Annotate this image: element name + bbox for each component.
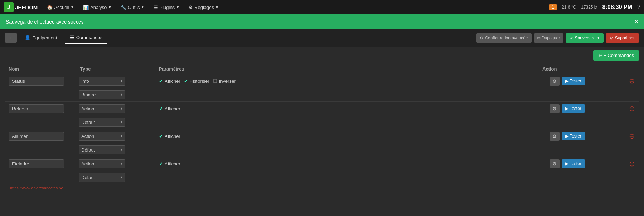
remove-button[interactable]: ⊖ [629, 77, 635, 85]
home-icon: 🏠 [47, 5, 53, 10]
nav-accueil[interactable]: 🏠 Accueil ▼ [43, 0, 77, 14]
type-cell-row2: Défaut Slider Couleur [77, 116, 155, 128]
action-cell: ⚙ ▶ Tester [546, 102, 625, 115]
tester-button[interactable]: ▶ Tester [562, 159, 585, 168]
logo-icon: J [4, 2, 14, 12]
type-select-action3[interactable]: Action Info [79, 159, 125, 168]
cmd-name-cell [5, 157, 77, 171]
remove-button[interactable]: ⊖ [629, 159, 635, 168]
type-cell-row2: Binaire Numérique Texte [77, 89, 155, 101]
afficher-label: ✔ Afficher [159, 106, 180, 111]
type-cell-row1: Action Info [77, 103, 155, 115]
cmd-name-cell [5, 102, 77, 115]
save-icon: ✔ [570, 35, 575, 40]
tester-button[interactable]: ▶ Tester [562, 77, 585, 85]
nav-plugins[interactable]: ☰ Plugins ▼ [150, 0, 183, 14]
topnav: J JEEDOM 🏠 Accueil ▼ 📊 Analyse ▼ 🔧 Outil… [0, 0, 644, 14]
check-inverser-icon: ☐ [213, 78, 218, 84]
remove-cell: ⊖ [625, 132, 639, 140]
type-select-info[interactable]: Info Action [79, 77, 125, 86]
toolbar: ← 👤 Equipement ☰ Commandes ⚙ Configurati… [0, 29, 644, 47]
clock-display: 8:08:30 PM [602, 4, 633, 10]
footer-link[interactable]: https://www.objetconnectes.be [5, 184, 639, 192]
tab-equipement[interactable]: 👤 Equipement [20, 32, 62, 43]
cmd-name-input[interactable] [9, 132, 64, 141]
type-cell-row1: Info Action [77, 75, 155, 87]
gear-button[interactable]: ⚙ [550, 77, 560, 86]
settings-icon: ⚙ [189, 5, 193, 10]
logo[interactable]: J JEEDOM [4, 2, 38, 12]
type-select-wrapper: Action Info [79, 104, 125, 113]
action-cell: ⚙ ▶ Tester [546, 75, 625, 88]
params-cell: ✔ Afficher ✔ Historiser ☐ Inverser [155, 76, 546, 86]
add-commandes-row: ⊕ + Commandes [5, 50, 639, 61]
check-afficher-icon: ✔ [159, 133, 163, 139]
historiser-label: ✔ Historiser [184, 78, 209, 84]
close-banner-button[interactable]: × [634, 18, 638, 25]
logo-text: JEEDOM [15, 4, 38, 10]
subtype-select-wrapper: Défaut Slider [79, 145, 125, 154]
gear-button[interactable]: ⚙ [550, 132, 560, 141]
temperature-display: 21.6 °C [562, 5, 576, 10]
main-content: ⊕ + Commandes Nom Type Paramètres Action… [0, 47, 644, 195]
subtype-select-defaut3[interactable]: Défaut Slider [79, 173, 125, 182]
cmd-name-input[interactable] [9, 77, 64, 86]
remove-button[interactable]: ⊖ [629, 104, 635, 113]
config-avancee-button[interactable]: ⚙ Configuration avancée [476, 33, 531, 43]
chevron-down-icon: ▼ [108, 5, 111, 9]
check-afficher-icon: ✔ [159, 78, 163, 84]
inverser-label: ☐ Inverser [213, 78, 236, 84]
dupliquer-button[interactable]: ⧉ Dupliquer [534, 33, 564, 43]
add-commandes-button[interactable]: ⊕ + Commandes [593, 50, 639, 61]
tester-button[interactable]: ▶ Tester [562, 132, 585, 140]
chevron-down-icon: ▼ [176, 5, 179, 9]
equipement-icon: 👤 [25, 35, 30, 40]
type-select-wrapper: Action Info [79, 159, 125, 168]
table-header: Nom Type Paramètres Action [5, 64, 639, 74]
success-message: Sauvegarde effectuée avec succès [6, 19, 84, 25]
analyse-icon: 📊 [83, 5, 89, 10]
chevron-down-icon: ▼ [70, 5, 74, 9]
help-icon[interactable]: ? [637, 4, 640, 10]
type-select-action[interactable]: Action Info [79, 104, 125, 113]
topnav-right: 1 21.6 °C 17325 lx 8:08:30 PM ? [549, 4, 640, 10]
header-type: Type [80, 66, 159, 72]
afficher-label: ✔ Afficher [159, 133, 180, 139]
success-banner: Sauvegarde effectuée avec succès × [0, 14, 644, 29]
type-cell-row2: Défaut Slider [77, 144, 155, 156]
cmd-name-input[interactable] [9, 104, 64, 113]
nav-analyse[interactable]: 📊 Analyse ▼ [79, 0, 115, 14]
table-row: Action Info ✔ Afficher ⚙ ▶ Tester ⊖ [5, 157, 639, 184]
subtype-select-defaut[interactable]: Défaut Slider Couleur [79, 118, 125, 127]
afficher-label: ✔ Afficher [159, 161, 180, 167]
tab-commandes[interactable]: ☰ Commandes [65, 32, 108, 44]
subtype-select-binaire[interactable]: Binaire Numérique Texte [79, 90, 125, 99]
type-cell-row1: Action Info [77, 130, 155, 142]
action-cell: ⚙ ▶ Tester [546, 157, 625, 171]
toolbar-actions: ⚙ Configuration avancée ⧉ Dupliquer ✔ Sa… [476, 33, 639, 43]
afficher-label: ✔ Afficher [159, 78, 180, 84]
notification-badge[interactable]: 1 [549, 4, 557, 10]
type-select-action2[interactable]: Action Info [79, 132, 125, 141]
cmd-name-input[interactable] [9, 159, 64, 168]
tester-button[interactable]: ▶ Tester [562, 104, 585, 113]
action-cell: ⚙ ▶ Tester [546, 130, 625, 143]
subtype-select-defaut2[interactable]: Défaut Slider [79, 145, 125, 154]
subtype-select-wrapper: Défaut Slider [79, 173, 125, 182]
dup-icon: ⧉ [537, 35, 542, 40]
nav-reglages[interactable]: ⚙ Réglages ▼ [185, 0, 222, 14]
subtype-select-wrapper: Binaire Numérique Texte [79, 90, 125, 99]
back-button[interactable]: ← [5, 33, 17, 43]
plus-icon: ⊕ [598, 53, 604, 58]
header-remove [621, 66, 635, 72]
supprimer-button[interactable]: ⊘ Supprimer [606, 33, 639, 43]
sauvegarder-button[interactable]: ✔ Sauvegarder [566, 33, 604, 43]
nav-outils[interactable]: 🔧 Outils ▼ [117, 0, 148, 14]
remove-button[interactable]: ⊖ [629, 132, 635, 140]
remove-cell: ⊖ [625, 159, 639, 168]
type-select-wrapper: Info Action [79, 77, 125, 86]
gear-button[interactable]: ⚙ [550, 159, 560, 168]
subtype-select-wrapper: Défaut Slider Couleur [79, 118, 125, 127]
plugins-icon: ☰ [154, 5, 158, 10]
gear-button[interactable]: ⚙ [550, 104, 560, 113]
